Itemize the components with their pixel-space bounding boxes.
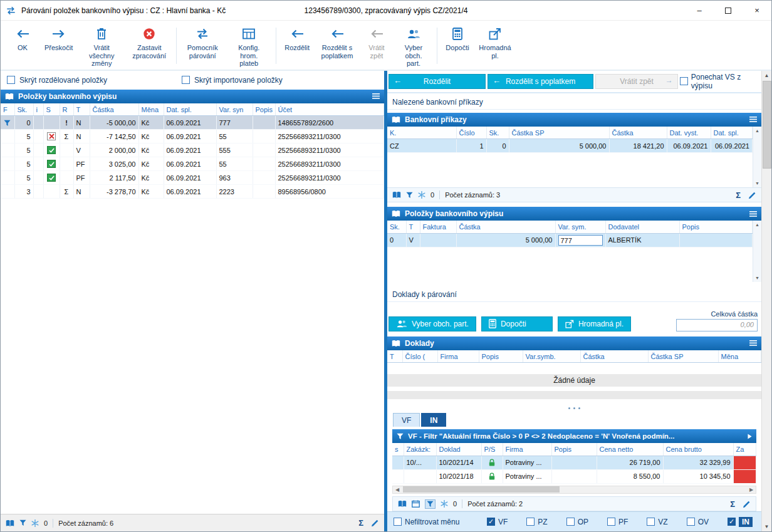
col-popis[interactable]: Popis: [679, 221, 753, 233]
col-popis[interactable]: Popis: [253, 103, 275, 116]
col-castka[interactable]: Částka: [580, 350, 648, 363]
op-checkbox[interactable]: [566, 518, 575, 526]
cell-sk[interactable]: 5: [14, 171, 33, 185]
cell-netto[interactable]: 8 550,00: [597, 469, 663, 483]
cell-i[interactable]: [33, 130, 43, 143]
cell-mena[interactable]: Kč: [138, 116, 164, 130]
col-ps[interactable]: P/S: [481, 443, 503, 456]
cell-castka[interactable]: -3 278,70: [90, 185, 138, 199]
split-button[interactable]: Rozdělit: [279, 23, 315, 69]
cell-firma[interactable]: Potraviny ...: [503, 456, 551, 469]
pz-checkbox[interactable]: [526, 518, 535, 526]
vf-checkbox[interactable]: [487, 518, 495, 526]
cell-popis[interactable]: [551, 456, 597, 469]
cell-t[interactable]: PF: [73, 171, 90, 185]
filter-active-toggle[interactable]: [425, 499, 436, 509]
cell-i[interactable]: [33, 143, 43, 157]
cell-r[interactable]: !: [60, 116, 73, 130]
snowflake-icon[interactable]: [441, 500, 448, 508]
bulk-payment-action-button[interactable]: Hromadná pl.: [558, 316, 631, 331]
col-firma[interactable]: Firma: [503, 443, 551, 456]
cell-s[interactable]: [43, 185, 60, 199]
cell-za-status[interactable]: [733, 456, 756, 469]
calendar-icon[interactable]: [412, 500, 420, 508]
cell-dat[interactable]: 06.09.2021: [164, 157, 216, 171]
cell-dat[interactable]: 06.09.2021: [164, 130, 216, 143]
sum-icon[interactable]: Σ: [358, 518, 363, 528]
statement-row[interactable]: 5 V 2 000,00 Kč 06.09.2021 555 252566893…: [1, 143, 384, 157]
cell-za-status[interactable]: [733, 469, 756, 483]
cell-castka[interactable]: 2 000,00: [90, 143, 138, 157]
pairing-helper-button[interactable]: Pomocník párování: [180, 23, 225, 69]
cell-popis[interactable]: [679, 233, 753, 247]
col-dat[interactable]: Dat. spl.: [164, 103, 216, 116]
col-castka-sp[interactable]: Částka SP: [509, 127, 609, 139]
col-vs[interactable]: Var. syn: [216, 103, 253, 116]
cell-vs[interactable]: 55: [216, 130, 253, 143]
cell-filter[interactable]: [1, 143, 14, 157]
cell-sk[interactable]: 5: [14, 130, 33, 143]
split-with-fee-button[interactable]: Rozdělit s poplatkem: [315, 23, 360, 69]
bulk-payment-config-button[interactable]: Konfig. hrom. plateb: [225, 23, 273, 69]
scroll-down-icon[interactable]: ▼: [753, 274, 761, 282]
invoice-row[interactable]: 10/2021/18 Potraviny ... 8 550,00 10 345…: [392, 469, 756, 483]
cell-castka[interactable]: 2 117,50: [90, 171, 138, 185]
col-brutto[interactable]: Cena brutto: [663, 443, 733, 456]
calculate-button[interactable]: Dopočti: [441, 23, 474, 69]
cell-mena[interactable]: Kč: [138, 185, 164, 199]
col-dat-vyst[interactable]: Dat. vyst.: [667, 127, 711, 139]
pf-checkbox[interactable]: [607, 518, 615, 526]
minimize-icon[interactable]: –: [685, 1, 714, 20]
cell-zakazka[interactable]: [404, 469, 436, 483]
cell-filter[interactable]: [1, 157, 14, 171]
filter-icon[interactable]: [406, 192, 413, 199]
cell-vs[interactable]: 55: [216, 157, 253, 171]
cell-sk[interactable]: 0: [14, 116, 33, 130]
col-popis[interactable]: Popis: [479, 350, 523, 363]
cell-s[interactable]: [43, 143, 60, 157]
scroll-down-icon[interactable]: ▼: [762, 521, 771, 531]
sum-icon[interactable]: Σ: [736, 190, 741, 200]
col-faktura[interactable]: Faktura: [420, 221, 456, 233]
cell-zakazka[interactable]: 10/...: [404, 456, 436, 469]
cell-ps[interactable]: [481, 456, 503, 469]
orders-scrollbar[interactable]: ▲ ▼: [753, 127, 761, 188]
col-popis[interactable]: Popis: [551, 443, 597, 456]
col-firma[interactable]: Firma: [437, 350, 479, 363]
col-sk[interactable]: Sk.: [387, 221, 406, 233]
cell-s[interactable]: [43, 116, 60, 130]
cell-firma[interactable]: Potraviny ...: [503, 469, 551, 483]
cell-doklad[interactable]: 10/2021/14: [436, 456, 481, 469]
cell-s[interactable]: [392, 456, 404, 469]
splitter-handle[interactable]: [387, 404, 761, 412]
cell-i[interactable]: [33, 116, 43, 130]
scroll-up-icon[interactable]: ▲: [753, 127, 761, 135]
cell-ps[interactable]: [481, 469, 503, 483]
cell-ucet[interactable]: 252566893211/0300: [275, 130, 384, 143]
col-sk[interactable]: Sk.: [486, 127, 509, 139]
pencil-icon[interactable]: [371, 519, 379, 527]
cell-mena[interactable]: Kč: [138, 143, 164, 157]
col-r[interactable]: R: [60, 103, 73, 116]
cell-ucet[interactable]: 89568956/0800: [275, 185, 384, 199]
cell-netto[interactable]: 26 719,00: [597, 456, 663, 469]
revert-all-button[interactable]: Vrátit všechny změny: [78, 23, 125, 69]
cell-dat[interactable]: 06.09.2021: [164, 171, 216, 185]
maximize-icon[interactable]: [714, 1, 743, 20]
keep-vs-checkbox[interactable]: [680, 77, 688, 85]
tab-vf[interactable]: VF: [393, 413, 420, 427]
col-castka[interactable]: Částka: [90, 103, 138, 116]
col-zakazka[interactable]: Zakázk:: [404, 443, 436, 456]
cell-dat[interactable]: 06.09.2021: [164, 143, 216, 157]
close-icon[interactable]: ×: [743, 1, 771, 20]
bulk-payment-button[interactable]: Hromadná pl.: [474, 23, 516, 69]
cell-dat[interactable]: 06.09.2021: [164, 116, 216, 130]
cell-vs[interactable]: 777: [216, 116, 253, 130]
cell-dodavatel[interactable]: ALBERTÍK: [605, 233, 679, 247]
cell-sk[interactable]: 5: [14, 157, 33, 171]
book-icon[interactable]: [392, 191, 401, 199]
snowflake-icon[interactable]: [31, 519, 39, 527]
select-partner-button[interactable]: Vyber obch. part.: [394, 23, 434, 69]
col-castka-sp[interactable]: Částka SP: [648, 350, 718, 363]
col-ucet[interactable]: Účet: [275, 103, 384, 116]
